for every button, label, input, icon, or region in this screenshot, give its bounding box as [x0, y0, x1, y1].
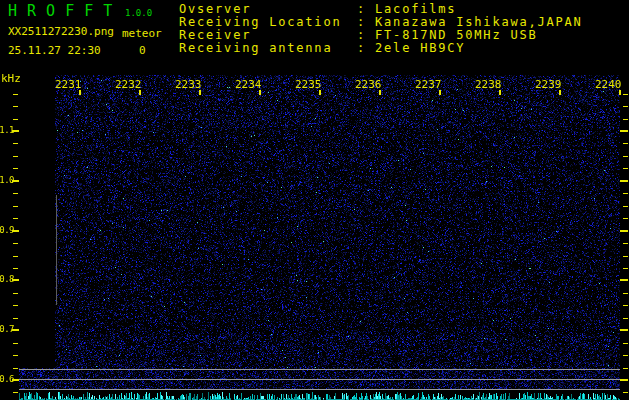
meteor-count: 0	[139, 44, 146, 57]
y-axis-minor-tick-right	[623, 318, 628, 319]
station-info-block: Ovserver: LacofilmsReceiving Location: K…	[179, 3, 583, 55]
y-axis-minor-tick	[13, 156, 18, 157]
app-version: 1.0.0	[125, 8, 152, 18]
y-axis-minor-tick-right	[623, 368, 628, 369]
y-axis-minor-tick-right	[623, 392, 628, 393]
spectrogram-canvas	[0, 70, 629, 400]
y-axis-minor-tick	[13, 218, 18, 219]
y-axis-minor-tick	[13, 343, 18, 344]
y-axis-minor-tick-right	[623, 293, 628, 294]
y-axis-minor-tick-right	[623, 268, 628, 269]
y-axis-minor-tick	[13, 368, 18, 369]
y-axis-minor-tick-right	[623, 156, 628, 157]
x-axis-tick-label: 2235	[295, 78, 322, 91]
y-axis-minor-tick	[13, 106, 18, 107]
y-axis-minor-tick	[13, 193, 18, 194]
y-axis-minor-tick-right	[623, 243, 628, 244]
y-axis-major-tick-right	[620, 130, 628, 132]
y-axis-major-tick-right	[620, 379, 628, 381]
y-axis-major-tick-right	[620, 279, 628, 281]
y-axis-minor-tick	[13, 305, 18, 306]
y-axis-minor-tick	[13, 293, 18, 294]
x-axis-tick-label: 2240	[595, 78, 622, 91]
y-axis-minor-tick	[13, 143, 18, 144]
y-axis-minor-tick	[13, 168, 18, 169]
y-axis-major-tick-right	[620, 329, 628, 331]
y-axis-major-tick-right	[620, 180, 628, 182]
x-axis-tick-label: 2234	[235, 78, 262, 91]
x-axis-tick-label: 2231	[55, 78, 82, 91]
y-axis-minor-tick-right	[623, 343, 628, 344]
output-filename: XX2511272230.png	[8, 25, 114, 38]
y-axis-minor-tick-right	[623, 143, 628, 144]
y-axis-minor-tick-right	[623, 193, 628, 194]
y-axis-minor-tick	[13, 119, 18, 120]
y-axis-minor-tick-right	[623, 94, 628, 95]
y-axis-unit-label: kHz	[1, 72, 21, 85]
y-axis-minor-tick	[13, 355, 18, 356]
hrofft-output-screen: H R O F F T 1.0.0 XX2511272230.png meteo…	[0, 0, 629, 400]
info-label: Receiving antenna	[179, 42, 357, 55]
y-axis-major-tick-right	[620, 230, 628, 232]
info-value: 2ele HB9CY	[375, 42, 465, 55]
mode-label: meteor	[122, 27, 162, 40]
y-axis-minor-tick	[13, 318, 18, 319]
y-axis-major-tick	[12, 379, 19, 381]
timestamp: 25.11.27 22:30	[8, 44, 101, 57]
x-axis-tick-label: 2239	[535, 78, 562, 91]
y-axis-major-tick	[12, 230, 19, 232]
y-axis-minor-tick-right	[623, 305, 628, 306]
y-axis-minor-tick-right	[623, 218, 628, 219]
y-axis-minor-tick	[13, 94, 18, 95]
x-axis-tick-label: 2232	[115, 78, 142, 91]
y-axis-minor-tick	[13, 206, 18, 207]
x-axis-tick-label: 2238	[475, 78, 502, 91]
y-axis-minor-tick-right	[623, 106, 628, 107]
info-separator: :	[357, 42, 375, 55]
y-axis-minor-tick	[13, 256, 18, 257]
y-axis-minor-tick	[13, 268, 18, 269]
y-axis-minor-tick-right	[623, 355, 628, 356]
y-axis-major-tick	[12, 279, 19, 281]
y-axis-major-tick	[12, 329, 19, 331]
app-title: H R O F F T	[8, 2, 113, 20]
x-axis-tick-label: 2233	[175, 78, 202, 91]
y-axis-minor-tick-right	[623, 256, 628, 257]
y-axis-major-tick	[12, 130, 19, 132]
y-axis-minor-tick-right	[623, 168, 628, 169]
y-axis-minor-tick	[13, 243, 18, 244]
info-row: Receiving antenna: 2ele HB9CY	[179, 42, 583, 55]
y-axis-minor-tick	[13, 392, 18, 393]
y-axis-major-tick	[12, 180, 19, 182]
x-axis-tick-label: 2237	[415, 78, 442, 91]
x-axis-tick-label: 2236	[355, 78, 382, 91]
y-axis-minor-tick-right	[623, 206, 628, 207]
y-axis-minor-tick-right	[623, 119, 628, 120]
